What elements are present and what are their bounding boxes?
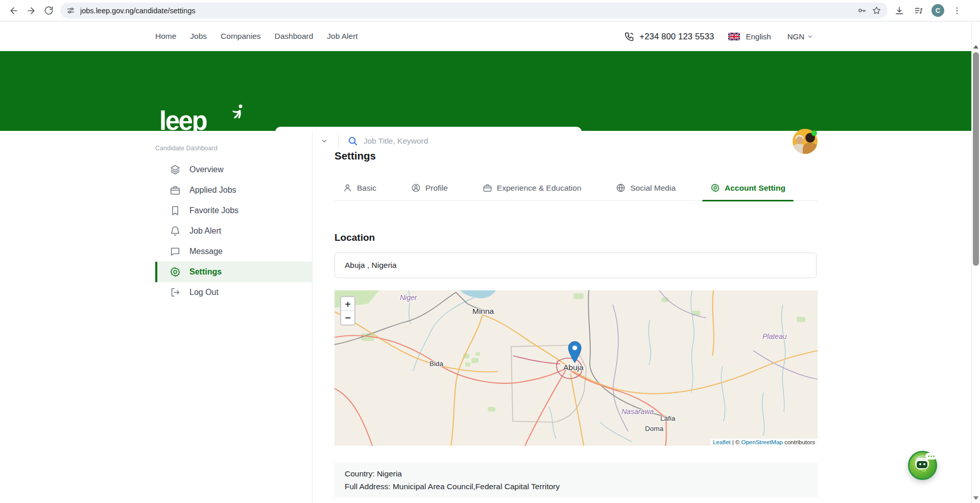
map-label-minna: Minna [472, 307, 494, 316]
url-text[interactable]: jobs.leep.gov.ng/candidate/settings [80, 7, 852, 15]
map-zoom-out-button[interactable]: − [341, 311, 354, 325]
map-zoom-in-button[interactable]: + [341, 297, 354, 311]
sidebar-item-label: Job Alert [189, 226, 221, 236]
scrollbar-up-arrow[interactable] [973, 45, 978, 49]
location-input[interactable] [334, 253, 817, 278]
bookmark-icon [170, 205, 181, 216]
sidebar-item-label: Overview [189, 165, 224, 174]
leaflet-link[interactable]: Leaflet [713, 439, 731, 445]
site-settings-icon[interactable] [66, 6, 75, 15]
phone-icon [624, 31, 635, 42]
map-label-doma: Doma [645, 425, 663, 432]
gear-icon [170, 266, 181, 278]
sidebar-menu: Overview Applied Jobs Favorite Jobs Job … [155, 159, 313, 303]
layers-icon [170, 164, 181, 175]
sidebar-item-log-out[interactable]: Log Out [155, 282, 313, 303]
scrollbar-down-arrow[interactable] [973, 496, 978, 500]
chatbot-speech-bubble-icon [925, 453, 937, 460]
sidebar-item-favorite-jobs[interactable]: Favorite Jobs [155, 200, 313, 221]
settings-page: Settings Basic Profile Experience & Educ… [334, 131, 818, 503]
chatbot-widget-button[interactable] [908, 451, 937, 480]
nav-link-jobs[interactable]: Jobs [190, 32, 207, 41]
sidebar-item-settings[interactable]: Settings [155, 262, 313, 282]
location-map[interactable]: Niger Minna Bida Abuja Plateau Nasarawa … [334, 290, 818, 446]
browser-toolbar: jobs.leep.gov.ng/candidate/settings C [0, 0, 980, 21]
tab-label: Social Media [630, 184, 676, 193]
site-top-nav: Home Jobs Companies Dashboard Job Alert … [0, 21, 971, 51]
sidebar-item-overview[interactable]: Overview [155, 159, 313, 180]
phone-group: +234 800 123 5533 [624, 31, 714, 42]
country-line: Country: Nigeria [345, 467, 807, 480]
reload-button[interactable] [40, 2, 57, 19]
map-label-plateau: Plateau [762, 332, 786, 340]
candidate-sidebar: Candidate Dashboard Overview Applied Job… [0, 131, 313, 503]
page-title: Settings [334, 150, 376, 162]
map-label-lafia: Lafia [660, 415, 675, 422]
url-bar[interactable]: jobs.leep.gov.ng/candidate/settings [60, 3, 888, 18]
gear-icon [710, 183, 720, 193]
sidebar-item-job-alert[interactable]: Job Alert [155, 221, 313, 241]
browser-actions: C [893, 4, 964, 17]
screen: jobs.leep.gov.ng/candidate/settings C Ho… [0, 0, 980, 503]
top-nav-links: Home Jobs Companies Dashboard Job Alert [155, 32, 358, 41]
tab-basic[interactable]: Basic [334, 183, 385, 193]
back-button[interactable] [5, 2, 22, 19]
logo-wordmark: leep [159, 108, 213, 134]
chatbot-mic [922, 469, 926, 472]
briefcase-icon [170, 185, 181, 196]
language-selector[interactable]: English [746, 32, 771, 41]
logout-icon [170, 287, 181, 298]
tab-label: Experience & Education [497, 184, 581, 193]
media-controls-icon[interactable] [912, 4, 925, 17]
location-heading: Location [334, 232, 375, 243]
sidebar-item-applied-jobs[interactable]: Applied Jobs [155, 180, 313, 200]
tab-social-media[interactable]: Social Media [608, 183, 684, 193]
sidebar-item-label: Log Out [189, 288, 219, 297]
full-address-line: Full Address: Municipal Area Council,Fed… [345, 480, 807, 493]
nav-link-dashboard[interactable]: Dashboard [275, 32, 314, 41]
scrollbar-thumb[interactable] [973, 52, 979, 266]
password-key-icon[interactable] [857, 6, 867, 15]
currency-selector[interactable]: NGN [787, 32, 814, 41]
sidebar-item-label: Message [189, 247, 223, 256]
browser-profile-avatar[interactable]: C [931, 4, 944, 17]
address-info-card: Country: Nigeria Full Address: Municipal… [334, 463, 818, 497]
sidebar-item-label: Favorite Jobs [189, 206, 238, 215]
openstreetmap-link[interactable]: OpenStreetMap [742, 439, 783, 445]
sidebar-item-message[interactable]: Message [155, 241, 313, 262]
map-marker-abuja[interactable] [568, 341, 582, 363]
currency-code: NGN [787, 32, 804, 41]
top-nav-right: +234 800 123 5533 English NGN [624, 31, 814, 42]
map-attribution: Leaflet | © OpenStreetMap contributors [710, 439, 818, 446]
phone-number[interactable]: +234 800 123 5533 [639, 32, 714, 41]
nav-link-job-alert[interactable]: Job Alert [327, 32, 357, 41]
sidebar-title: Candidate Dashboard [155, 145, 218, 152]
person-circle-icon [411, 183, 421, 193]
tab-label: Account Setting [725, 184, 785, 193]
briefcase-icon [483, 183, 492, 193]
map-zoom-control: + − [340, 296, 355, 326]
tab-account-setting[interactable]: Account Setting [702, 183, 794, 193]
nav-link-home[interactable]: Home [155, 32, 176, 41]
tab-profile[interactable]: Profile [403, 183, 456, 193]
tab-label: Basic [357, 184, 376, 193]
page-scrollbar[interactable] [971, 21, 980, 503]
browser-menu-icon[interactable] [950, 4, 964, 17]
sidebar-item-label: Settings [189, 267, 222, 277]
globe-icon [616, 183, 626, 193]
map-label-bida: Bida [429, 360, 443, 368]
map-label-niger: Niger [400, 293, 417, 302]
runner-icon [230, 104, 245, 124]
forward-button[interactable] [22, 2, 40, 19]
chat-bubble-icon [170, 246, 181, 257]
chatbot-face [917, 461, 927, 468]
nav-link-companies[interactable]: Companies [221, 32, 260, 41]
tab-experience-education[interactable]: Experience & Education [474, 183, 589, 193]
settings-tabs: Basic Profile Experience & Education Soc… [334, 183, 818, 201]
tab-label: Profile [425, 184, 448, 193]
chevron-down-icon [807, 33, 814, 40]
bookmark-star-icon[interactable] [872, 6, 881, 15]
uk-flag-icon[interactable] [728, 33, 740, 40]
map-label-abuja: Abuja [563, 363, 584, 372]
download-icon[interactable] [893, 4, 906, 17]
